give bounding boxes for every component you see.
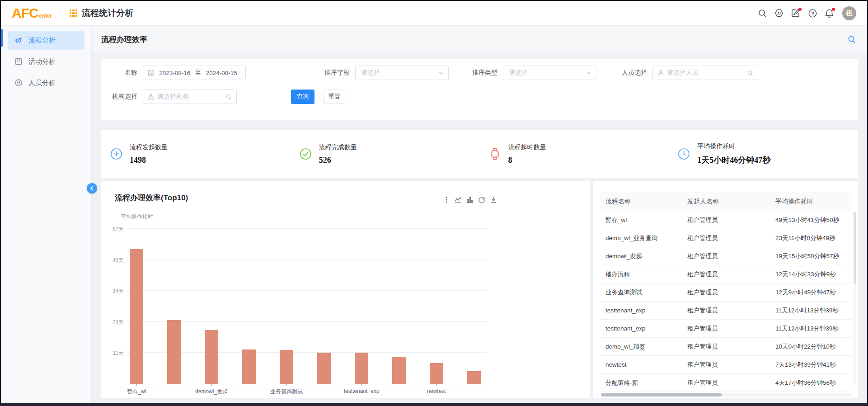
date-range-picker[interactable]: 2023-08-16 至 2024-08-15 xyxy=(143,66,246,80)
y-axis-tick-label: 34天 xyxy=(102,288,124,295)
logo-text: AFC xyxy=(12,7,38,19)
bar-分配策略-新[interactable] xyxy=(467,371,481,384)
sort-field-select[interactable]: 请选择 xyxy=(355,66,449,80)
cell-process-name: testtenant_exp xyxy=(600,325,687,332)
cell-initiator: 租户管理员 xyxy=(687,234,775,242)
x-axis-label: testtenant_exp xyxy=(344,388,380,394)
sort-type-select[interactable]: 请选择 xyxy=(503,66,596,80)
cell-avg-duration: 23天11小时0分钟49秒 xyxy=(775,234,852,242)
cell-avg-duration: 11天12小时13分钟39秒 xyxy=(775,307,852,315)
bar-demo_wl_业务查询[interactable] xyxy=(167,320,181,384)
sidebar-collapse-button[interactable] xyxy=(87,183,97,194)
sidebar-item-person-analysis[interactable]: 人员分析 xyxy=(8,73,84,92)
cell-initiator: 租户管理员 xyxy=(687,288,775,297)
toolbox-bar-chart-icon[interactable] xyxy=(466,196,474,203)
x-axis-tick xyxy=(136,384,137,386)
sidebar-item-process-analysis[interactable]: 流程分析 xyxy=(8,31,84,50)
horizontal-scrollbar-thumb[interactable] xyxy=(601,393,722,397)
stat-label: 平均操作耗时 xyxy=(697,142,770,151)
bar-testtenant_exp[interactable] xyxy=(317,353,331,384)
x-axis-tick xyxy=(286,384,287,386)
cell-process-name: demo_wl_加签 xyxy=(600,343,687,351)
toolbox-download-icon[interactable] xyxy=(490,196,497,203)
cell-avg-duration: 19天15小时50分钟57秒 xyxy=(775,252,852,260)
x-axis-label: 业务查询测试 xyxy=(270,388,303,396)
bar-newtest[interactable] xyxy=(430,363,443,384)
sort-type-placeholder: 请选择 xyxy=(509,69,528,77)
gridline xyxy=(127,228,487,229)
org-placeholder: 请选择机构 xyxy=(157,93,223,101)
person-placeholder: 请选择人员 xyxy=(667,69,744,77)
org-tree-icon xyxy=(148,94,154,100)
toolbox-more-icon[interactable] xyxy=(443,196,450,203)
sort-type-label: 排序类型 xyxy=(461,69,497,77)
y-axis-tick-label: 57天 xyxy=(102,226,124,233)
toolbox-line-chart-icon[interactable] xyxy=(455,196,462,203)
table-row: 业务查询测试租户管理员12天9小时49分钟47秒 xyxy=(600,283,852,302)
bar-demo_wl_加签[interactable] xyxy=(392,357,406,384)
person-select-input[interactable]: 请选择人员 xyxy=(652,66,758,80)
top-actions: AI ? 租 xyxy=(757,6,856,20)
bell-icon[interactable] xyxy=(824,8,834,18)
x-axis-tick xyxy=(436,384,437,386)
chevron-down-icon xyxy=(586,70,591,76)
cell-initiator: 租户管理员 xyxy=(687,216,775,224)
bar-testtenant_exp[interactable] xyxy=(355,353,368,384)
search-icon[interactable] xyxy=(757,8,767,18)
watch-icon xyxy=(489,148,501,160)
table-row: demowl_发起租户管理员19天15小时50分钟57秒 xyxy=(600,247,852,265)
query-button[interactable]: 查询 xyxy=(291,90,314,104)
app-grid-icon[interactable] xyxy=(70,9,77,17)
cell-avg-duration: 7天13小时39分钟41秒 xyxy=(775,361,852,369)
efficiency-table-panel: 流程名称 发起人名称 平均操作耗时 暂存_wl租户管理员49天13小时41分钟5… xyxy=(593,181,858,398)
cell-avg-duration: 4天17小时36分钟56秒 xyxy=(775,379,852,387)
afcenter-logo[interactable]: AFC enter xyxy=(12,7,52,19)
person-analysis-icon xyxy=(14,79,23,87)
chart-toolbox xyxy=(443,196,497,203)
bar-demowl_发起[interactable] xyxy=(205,330,218,384)
gridline xyxy=(127,290,487,291)
vertical-scrollbar-thumb[interactable] xyxy=(854,212,856,284)
date-start-value[interactable]: 2023-08-16 xyxy=(155,70,195,76)
cell-process-name: demowl_发起 xyxy=(600,252,687,260)
help-icon[interactable]: ? xyxy=(807,8,817,18)
chevron-down-icon xyxy=(438,70,444,76)
notification-dot xyxy=(832,8,835,11)
gridline xyxy=(127,352,487,353)
sidebar-item-activity-analysis[interactable]: 活动分析 xyxy=(8,52,84,71)
chart-title: 流程办理效率(Top10) xyxy=(115,193,188,203)
bar-暂存_wl[interactable] xyxy=(130,249,143,384)
column-header-avg-duration: 平均操作耗时 xyxy=(775,198,852,206)
cell-avg-duration: 49天13小时41分钟50秒 xyxy=(775,216,852,224)
bar-催办流程[interactable] xyxy=(242,349,256,384)
stat-avg-duration: 平均操作耗时 1天5小时46分钟47秒 xyxy=(669,142,858,165)
stat-label: 流程完成数量 xyxy=(319,143,357,151)
org-select-label: 机构选择 xyxy=(101,93,137,101)
stat-label: 流程超时数量 xyxy=(508,143,546,151)
table-row: 催办流程租户管理员12天14小时33分钟9秒 xyxy=(600,265,852,283)
user-avatar[interactable]: 租 xyxy=(842,6,856,20)
cell-initiator: 租户管理员 xyxy=(687,379,775,387)
table-row: testtenant_exp租户管理员11天12小时13分钟39秒 xyxy=(600,320,852,338)
x-axis-tick xyxy=(361,384,362,386)
table-body: 暂存_wl租户管理员49天13小时41分钟50秒demo_wl_业务查询租户管理… xyxy=(600,211,852,392)
bottom-section: 流程办理效率(Top10) xyxy=(101,181,858,398)
reset-button[interactable]: 重置 xyxy=(324,90,345,104)
compose-icon[interactable] xyxy=(791,8,801,18)
toolbox-refresh-icon[interactable] xyxy=(478,196,485,203)
table-row: newtest租户管理员7天13小时39分钟41秒 xyxy=(600,356,852,374)
search-icon xyxy=(747,70,753,76)
process-analysis-icon xyxy=(14,36,23,44)
table-row: demo_wl_加签租户管理员10天0小时22分钟10秒 xyxy=(600,338,852,356)
page-search-icon[interactable] xyxy=(848,35,856,44)
stat-initiated: 流程发起数量 1498 xyxy=(101,143,291,165)
org-select-input[interactable]: 请选择机构 xyxy=(143,90,237,104)
date-end-value[interactable]: 2024-08-15 xyxy=(202,70,242,76)
ai-assistant-icon[interactable]: AI xyxy=(774,8,784,18)
person-select-label: 人员选择 xyxy=(611,69,647,77)
bar-业务查询测试[interactable] xyxy=(280,350,293,384)
app-title: 流程统计分析 xyxy=(82,7,133,19)
cell-avg-duration: 10天0小时22分钟10秒 xyxy=(775,343,852,351)
sidebar-item-label: 人员分析 xyxy=(28,79,56,87)
cell-initiator: 租户管理员 xyxy=(687,270,775,279)
